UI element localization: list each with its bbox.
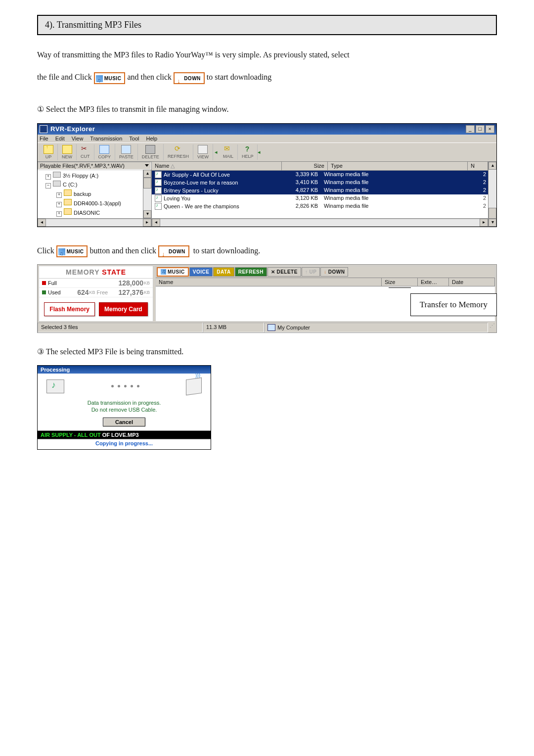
tool-cut[interactable]: CUT (77, 144, 94, 160)
cancel-button[interactable]: Cancel (103, 418, 145, 426)
file-icon (155, 187, 162, 194)
window-title: RVR-Explorer (50, 125, 95, 133)
memory-state-box: MEMORY STATE Full 128,000KB Used 624KB F… (39, 266, 153, 322)
menu-view[interactable]: View (72, 136, 84, 142)
col-date[interactable]: Date (449, 278, 495, 286)
status-size: 11.3 MB (203, 323, 264, 332)
music-icon (96, 75, 103, 82)
table-row[interactable]: Britney Spears - Lucky4,827 KBWinamp med… (152, 187, 488, 194)
dialog-title[interactable]: Processing (38, 366, 211, 374)
col-name[interactable]: Name △ (152, 162, 282, 170)
table-row[interactable]: Boyzone-Love me for a reason3,410 KBWina… (152, 179, 488, 187)
tool-view[interactable]: VIEW (193, 144, 213, 160)
memory-state-title: MEMORY STATE (39, 266, 153, 278)
tree-pane: Playable Files(*.RVF,*.MP3,*.WAV) +3½ Fl… (38, 162, 152, 227)
panel2-toolbar: MUSIC VOICE DATA REFRESH ✕ DELETE ↑ UP ↓… (156, 266, 495, 278)
close-button[interactable]: × (486, 125, 494, 133)
col-ext[interactable]: Exte… (418, 278, 449, 286)
list-vscroll[interactable]: ▴▾ (488, 162, 496, 227)
app-icon (40, 125, 47, 133)
memory-panel: MEMORY STATE Full 128,000KB Used 624KB F… (37, 264, 497, 333)
processing-dialog: Processing Data transmission in progress… (37, 365, 211, 450)
music-button-inline[interactable]: MUSIC (94, 72, 126, 84)
intro-line1: Way of transmitting the MP3 files to Rad… (37, 46, 497, 63)
table-row[interactable]: Loving You3,120 KBWinamp media file2 (152, 194, 488, 202)
menu-tool[interactable]: Tool (129, 136, 139, 142)
tab-voice[interactable]: VOICE (189, 267, 213, 277)
toolbar-sep-arrow2: ◂ (258, 149, 262, 155)
step-3-text: ③ The selected MP3 File is being transmi… (37, 343, 497, 360)
list-hscroll[interactable]: ◂▸ (152, 218, 488, 227)
menu-help[interactable]: Help (146, 136, 158, 142)
menubar: File Edit View Transmission Tool Help (38, 135, 496, 143)
tool-up[interactable]: UP (40, 144, 58, 160)
list-rows[interactable]: Air Supply - All Out Of Love3,339 KBWina… (152, 171, 488, 218)
tree-hscroll[interactable]: ◂▸ (38, 218, 151, 227)
file-icon (155, 179, 162, 186)
tool-delete[interactable]: DELETE (138, 144, 164, 160)
tab-refresh[interactable]: REFRESH (235, 267, 267, 277)
file-type-filter[interactable]: Playable Files(*.RVF,*.MP3,*.WAV) (38, 162, 151, 170)
rvr-explorer-window: RVR-Explorer _ □ × File Edit View Transm… (37, 123, 497, 227)
tool-new[interactable]: NEW (58, 144, 77, 160)
tool-copy[interactable]: COPY (94, 144, 116, 160)
used-swatch (42, 290, 46, 294)
target-device-icon (186, 378, 202, 395)
music-icon (58, 248, 65, 255)
callout-leader (389, 287, 411, 288)
tab-up[interactable]: ↑ UP (302, 267, 320, 277)
music-icon (161, 269, 166, 275)
list-header: Name △ Size Type N (152, 162, 488, 171)
intro-line2: the file and Click MUSIC and then click … (37, 68, 497, 86)
resize-grip[interactable]: ⋰ (488, 323, 496, 332)
toolbar: UP NEW CUT COPY PASTE DELETE REFRESH VIE… (38, 143, 496, 162)
panel2-columns: Name Size Exte… Date (156, 278, 495, 286)
down-button-inline-2[interactable]: DOWN (158, 245, 189, 257)
floppy-icon (53, 172, 61, 178)
chevron-down-icon (145, 164, 149, 167)
titlebar[interactable]: RVR-Explorer _ □ × (38, 124, 496, 135)
menu-edit[interactable]: Edit (55, 136, 65, 142)
down-arrow-icon (176, 75, 182, 82)
tool-mail[interactable]: MAIL (219, 144, 238, 160)
folder-icon (64, 208, 72, 215)
minimize-button[interactable]: _ (466, 125, 475, 133)
table-row[interactable]: Air Supply - All Out Of Love3,339 KBWina… (152, 171, 488, 179)
file-icon (155, 203, 162, 210)
col-n[interactable]: N (468, 162, 488, 170)
col-name[interactable]: Name (156, 278, 382, 286)
tab-flash-memory[interactable]: Flash Memory (44, 302, 95, 316)
callout-transfer: Transfer to Memory (410, 293, 497, 316)
table-row[interactable]: Queen - We are the champions2,826 KBWina… (152, 202, 488, 210)
tab-data[interactable]: DATA (213, 267, 234, 277)
tool-paste[interactable]: PASTE (115, 144, 138, 160)
status-selected: Selected 3 files (38, 323, 203, 332)
tab-delete[interactable]: ✕ DELETE (267, 267, 301, 277)
drive-icon (53, 181, 61, 187)
folder-tree[interactable]: +3½ Floppy (A:) −C (C:) +backup +DDR4000… (38, 170, 143, 218)
dialog-message: Data transmission in progress. Do not re… (42, 399, 207, 414)
tool-refresh[interactable]: REFRESH (164, 144, 193, 160)
down-button-inline[interactable]: DOWN (174, 72, 205, 84)
col-type[interactable]: Type (328, 162, 468, 170)
step-2-text: Click MUSIC button and then click DOWN t… (37, 242, 497, 259)
source-device-icon (46, 379, 64, 393)
col-size[interactable]: Size (282, 162, 328, 170)
tool-help[interactable]: HELP (238, 144, 258, 160)
file-icon (155, 171, 162, 178)
tree-vscroll[interactable]: ▴▾ (143, 170, 151, 218)
menu-transmission[interactable]: Transmission (90, 136, 122, 142)
tab-music[interactable]: MUSIC (157, 267, 189, 277)
file-icon (155, 195, 162, 202)
tab-memory-card[interactable]: Memory Card (99, 302, 148, 316)
full-swatch (42, 281, 46, 285)
status-bar: Selected 3 files 11.3 MB My Computer ⋰ (38, 323, 496, 332)
music-button-inline-2[interactable]: MUSIC (56, 245, 88, 257)
maximize-button[interactable]: □ (476, 125, 485, 133)
tab-down[interactable]: ↓DOWN (320, 267, 348, 277)
folder-icon (64, 199, 72, 205)
my-computer-icon (267, 324, 275, 331)
col-size[interactable]: Size (382, 278, 418, 286)
menu-file[interactable]: File (40, 136, 48, 142)
folder-icon (64, 189, 72, 196)
